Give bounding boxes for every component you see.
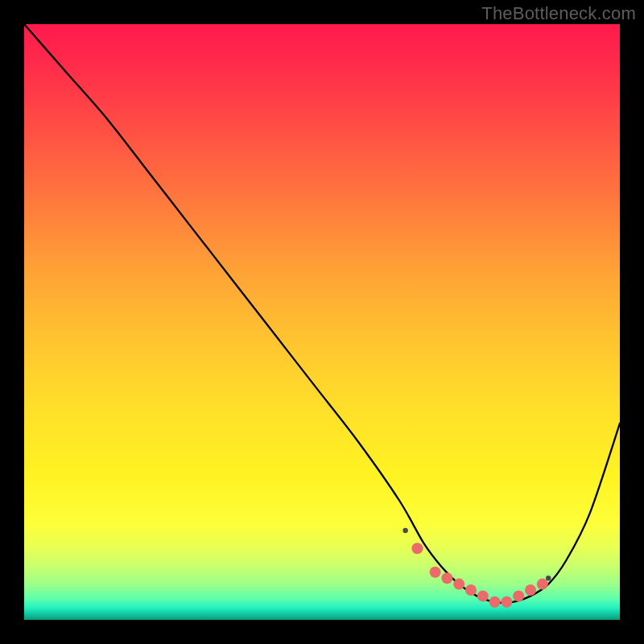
highlight-endpoint [402, 528, 407, 533]
highlight-endpoint [546, 576, 551, 580]
highlight-marker [513, 590, 524, 601]
highlight-marker [489, 597, 501, 608]
highlight-marker [441, 572, 452, 584]
bottleneck-curve [24, 24, 620, 603]
plot-area [24, 24, 620, 620]
watermark-text: TheBottleneck.com [481, 3, 636, 24]
highlight-marker [411, 543, 423, 554]
highlight-marker [465, 584, 477, 596]
chart-frame: TheBottleneck.com [0, 0, 644, 644]
curve-layer [24, 24, 620, 620]
highlight-marker [537, 579, 548, 590]
highlight-marker [453, 579, 464, 590]
highlight-marker [501, 597, 512, 608]
highlight-marker [525, 584, 536, 596]
highlight-marker [430, 567, 441, 578]
highlight-marker [477, 590, 489, 601]
